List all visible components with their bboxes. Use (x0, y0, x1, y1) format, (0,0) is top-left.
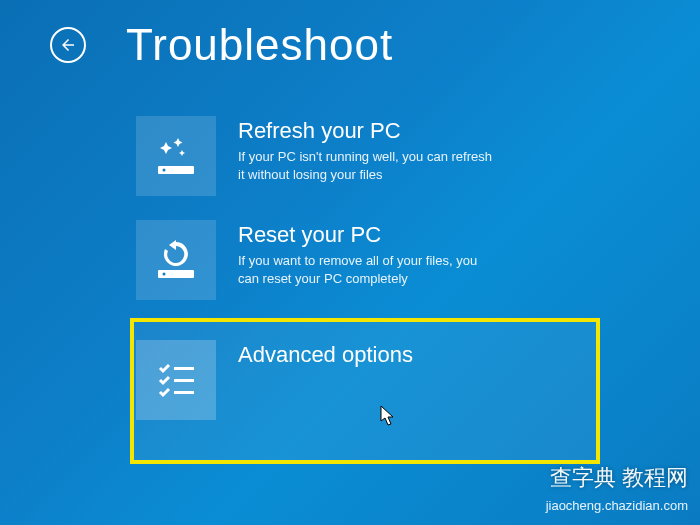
svg-rect-6 (174, 391, 194, 394)
list-icon (136, 340, 216, 420)
svg-rect-4 (174, 367, 194, 370)
option-title: Refresh your PC (238, 118, 498, 144)
option-title: Reset your PC (238, 222, 498, 248)
options-list: Refresh your PC If your PC isn't running… (0, 80, 700, 464)
reset-drive-icon (136, 220, 216, 300)
option-refresh-pc[interactable]: Refresh your PC If your PC isn't running… (130, 110, 600, 202)
back-arrow-icon (59, 36, 77, 54)
option-advanced-options[interactable]: Advanced options (130, 318, 600, 464)
svg-point-3 (163, 273, 166, 276)
watermark-url: jiaocheng.chazidian.com (546, 498, 688, 513)
svg-point-1 (163, 169, 166, 172)
back-button[interactable] (50, 27, 86, 63)
header: Troubleshoot (0, 0, 700, 80)
option-desc: If you want to remove all of your files,… (238, 252, 498, 287)
option-text: Reset your PC If you want to remove all … (238, 220, 498, 287)
option-desc: If your PC isn't running well, you can r… (238, 148, 498, 183)
svg-rect-5 (174, 379, 194, 382)
watermark-text: 查字典 教程网 (550, 463, 688, 493)
option-reset-pc[interactable]: Reset your PC If you want to remove all … (130, 214, 600, 306)
option-title: Advanced options (238, 342, 413, 368)
option-text: Advanced options (238, 340, 413, 372)
sparkle-drive-icon (136, 116, 216, 196)
option-text: Refresh your PC If your PC isn't running… (238, 116, 498, 183)
page-title: Troubleshoot (126, 20, 393, 70)
